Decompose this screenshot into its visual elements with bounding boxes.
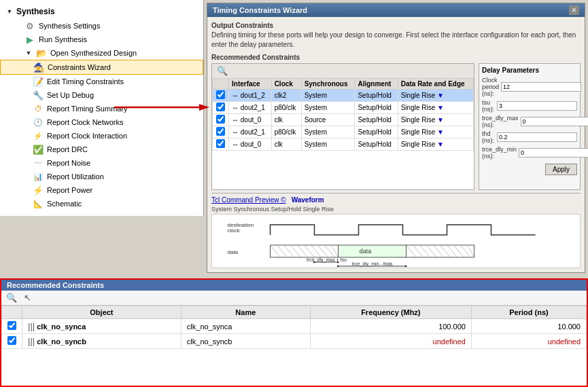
col-name[interactable]: Name [181, 306, 310, 319]
bottom-title-label: Recommended Constraints [7, 281, 104, 289]
sidebar-item-label: Report Utilization [47, 172, 104, 181]
row-sync: System [301, 139, 355, 151]
row-align: Setup/Hold [355, 139, 398, 151]
waveform-tabs: Tcl Command Preview © Waveform [211, 196, 581, 204]
row-checkbox[interactable] [7, 336, 16, 345]
col-freq[interactable]: Frequency (Mhz) [310, 306, 471, 319]
col-alignment[interactable]: Alignment [355, 79, 398, 90]
sidebar-item-schematic[interactable]: 📐 Schematic [0, 197, 203, 210]
table-row[interactable]: ↔ dout_0 clk System Setup/Hold Single Ri… [213, 139, 474, 151]
row-edge: Single Rise ▼ [398, 90, 473, 102]
constraints-table-area[interactable]: 🔍 Interface Clock Synchronous Alignment [211, 63, 474, 190]
table-row[interactable]: ↔ dout_0 clk Source Setup/Hold Single Ri… [213, 114, 474, 126]
row-checkbox[interactable] [7, 321, 16, 330]
bottom-search-button[interactable]: 🔍 [4, 292, 19, 303]
sidebar-item-power[interactable]: ⚡ Report Power [0, 183, 203, 197]
col-edge[interactable]: Data Rate and Edge [398, 79, 473, 90]
row-checkbox[interactable] [216, 115, 225, 124]
table-row[interactable]: ↔ dout1_2 clk2 System Setup/Hold Single … [213, 90, 474, 102]
table-row[interactable]: ||| clk_no_synca clk_no_synca 100.000 10… [2, 319, 587, 334]
row-checkbox[interactable] [216, 127, 225, 136]
bottom-panel-title: Recommended Constraints [1, 280, 587, 291]
sidebar-item-label: Schematic [47, 200, 82, 208]
sidebar-item-open-synthesized[interactable]: ▼ 📂 Open Synthesized Design [0, 46, 203, 60]
table-row[interactable]: ↔ dout2_1 p80/clk System Setup/Hold Sing… [213, 126, 474, 139]
sidebar-item-debug[interactable]: 🔧 Set Up Debug [0, 88, 203, 102]
param-row-clock-period: Clock period (ns): [482, 77, 577, 97]
col-period[interactable]: Period (ns) [471, 306, 586, 319]
param-input-tsu[interactable] [497, 101, 577, 111]
timing-report-icon: ⏱ [33, 103, 44, 114]
svg-line-7 [277, 245, 288, 257]
col-clock[interactable]: Clock [271, 79, 301, 90]
sidebar-item-label: Synthesis Settings [39, 22, 101, 30]
apply-button[interactable]: Apply [545, 164, 577, 175]
table-search-button[interactable]: 🔍 [215, 65, 230, 77]
waveform-tab-tcl[interactable]: Tcl Command Preview © [211, 196, 286, 204]
constraints-section-label: Recommended Constraints [211, 54, 581, 61]
sidebar-item-constraints-wizard[interactable]: 🧙 Constraints Wizard [0, 60, 203, 75]
svg-line-12 [311, 245, 322, 257]
sidebar-item-noise[interactable]: 〰 Report Noise [0, 156, 203, 170]
debug-icon: 🔧 [33, 90, 44, 100]
col-object[interactable]: Object [22, 306, 181, 319]
sidebar-item-timing-summary[interactable]: ⏱ Report Timing Summary [0, 102, 203, 115]
table-row[interactable]: ||| clk_no_syncb clk_no_syncb undefined … [2, 334, 587, 349]
row-checkbox[interactable] [216, 103, 225, 111]
row-interface: ↔ dout_0 [229, 139, 272, 151]
svg-line-26 [454, 245, 464, 257]
wizard-close-button[interactable]: × [569, 5, 579, 15]
sidebar-item-synthesis-settings[interactable]: ⚙ Synthesis Settings [0, 19, 203, 33]
sidebar-item-label: Constraints Wizard [48, 63, 111, 71]
param-input-thd[interactable] [497, 132, 577, 142]
row-freq-undefined: undefined [310, 334, 471, 349]
row-edge: Single Rise ▼ [398, 102, 473, 114]
row-checkbox[interactable] [216, 90, 225, 99]
row-object: ||| clk_no_syncb [22, 334, 181, 349]
sidebar-item-label: Open Synthesized Design [50, 49, 137, 57]
param-label: Clock period (ns): [482, 77, 499, 97]
row-align: Setup/Hold [355, 90, 398, 102]
svg-line-25 [447, 245, 457, 257]
col-synchronous[interactable]: Synchronous [301, 79, 355, 90]
edit-icon: 📝 [33, 76, 44, 87]
wizard-icon: 🧙 [33, 62, 44, 73]
row-align: Setup/Hold [355, 126, 398, 139]
param-input-clock-period[interactable] [501, 82, 581, 92]
sidebar-item-clock-interaction[interactable]: ⚡ Report Clock Interaction [0, 129, 203, 143]
svg-line-8 [284, 245, 294, 257]
svg-text:data: data [360, 248, 372, 255]
param-input-trce-max[interactable] [521, 117, 588, 126]
waveform-tab-wave[interactable]: Waveform [292, 196, 324, 204]
param-row-trce-max: trce_dly_max (ns): [482, 115, 577, 128]
svg-text:data: data [228, 249, 239, 255]
sidebar-item-edit-timing[interactable]: 📝 Edit Timing Constraints [0, 75, 203, 88]
bottom-arrow-button[interactable]: ↖ [22, 292, 33, 303]
svg-line-11 [305, 245, 315, 257]
schematic-icon: 📐 [33, 198, 44, 209]
clock-network-icon: 🕐 [33, 117, 44, 128]
sidebar-item-run-synthesis[interactable]: ▶ Run Synthesis [0, 33, 203, 46]
param-input-trce-min[interactable] [519, 148, 588, 158]
clock-interact-icon: ⚡ [33, 130, 44, 141]
sidebar-item-clock-networks[interactable]: 🕐 Report Clock Networks [0, 115, 203, 129]
tree-root-synthesis: ▼ Synthesis [0, 5, 203, 19]
param-label: trce_dly_max (ns): [482, 115, 519, 128]
sidebar-item-drc[interactable]: ✅ Report DRC [0, 143, 203, 156]
row-align: Setup/Hold [355, 102, 398, 114]
delay-params-title: Delay Parameters [482, 67, 577, 74]
row-checkbox[interactable] [216, 139, 225, 148]
row-edge: Single Rise ▼ [398, 126, 473, 139]
svg-text:trce_dly_max + tsu: trce_dly_max + tsu [307, 257, 347, 263]
bottom-toolbar: 🔍 ↖ [1, 291, 587, 306]
tree-expander-synthesis[interactable]: ▼ [5, 7, 14, 16]
col-interface[interactable]: Interface [229, 79, 272, 90]
tree-expander-open[interactable]: ▼ [24, 49, 33, 57]
delay-params-panel: Delay Parameters Clock period (ns): tsu … [479, 63, 581, 190]
wizard-title: Timing Constraints Wizard [213, 6, 307, 14]
row-sync: System [301, 126, 355, 139]
sidebar-item-utilization[interactable]: 📊 Report Utilization [0, 170, 203, 183]
wizard-section-title: Output Constraints [211, 22, 273, 29]
table-row[interactable]: ↔ dout2_1 p80/clk System Setup/Hold Sing… [213, 102, 474, 114]
col-check [213, 79, 229, 90]
